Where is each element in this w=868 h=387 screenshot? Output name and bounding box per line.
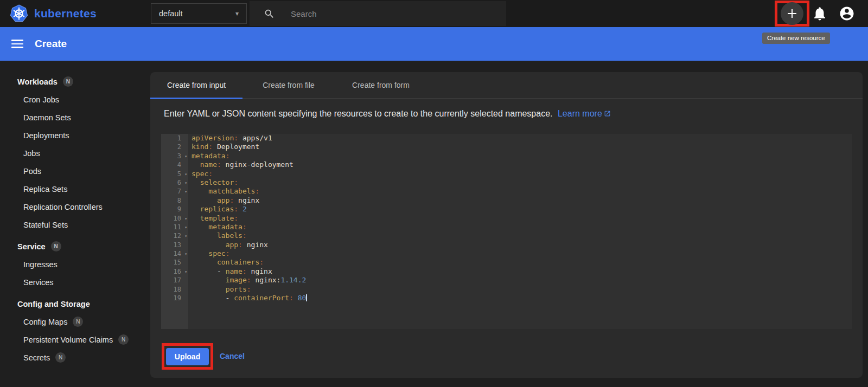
sidebar-item-secrets[interactable]: SecretsN bbox=[0, 349, 150, 366]
section-label: Config and Storage bbox=[17, 300, 90, 308]
item-label: Jobs bbox=[23, 149, 40, 158]
line-number: 19 bbox=[161, 294, 188, 302]
page-title: Create bbox=[35, 38, 67, 50]
line-number: 6▾ bbox=[161, 178, 188, 187]
upload-button[interactable]: Upload bbox=[166, 348, 209, 365]
line-text: kind: Deployment bbox=[188, 143, 259, 151]
sidebar-item-ingresses[interactable]: Ingresses bbox=[0, 255, 150, 273]
yaml-editor[interactable]: 1apiVersion: apps/v12kind: Deployment3▾m… bbox=[161, 134, 852, 329]
line-text: selector: bbox=[188, 178, 238, 187]
item-label: Ingresses bbox=[23, 260, 58, 269]
account-icon bbox=[839, 5, 855, 22]
line-number: 16▾ bbox=[161, 267, 188, 276]
plus-icon bbox=[786, 7, 799, 20]
line-number: 15 bbox=[161, 258, 188, 267]
sidebar-item-replication-controllers[interactable]: Replication Controllers bbox=[0, 198, 150, 216]
create-new-resource-button[interactable] bbox=[781, 2, 803, 25]
fold-toggle-icon[interactable]: ▾ bbox=[184, 179, 187, 188]
item-label: Services bbox=[23, 278, 54, 287]
fold-toggle-icon[interactable]: ▾ bbox=[184, 223, 187, 232]
editor-line: 16▾ - name: nginx bbox=[161, 267, 852, 276]
kubernetes-logo-icon bbox=[10, 4, 28, 23]
item-label: Deployments bbox=[23, 131, 69, 140]
line-text: spec: bbox=[188, 170, 213, 178]
editor-line: 9 replicas: 2 bbox=[161, 205, 852, 214]
editor-line: 5▾spec: bbox=[161, 170, 852, 178]
editor-line: 4 name: nginx-deployment bbox=[161, 160, 852, 169]
fold-toggle-icon[interactable]: ▾ bbox=[184, 268, 187, 276]
sidebar-item-services[interactable]: Services bbox=[0, 273, 150, 291]
tab-create-from-file[interactable]: Create from file bbox=[242, 72, 335, 98]
learn-more-link[interactable]: Learn more bbox=[558, 109, 611, 118]
notifications-button[interactable] bbox=[812, 5, 828, 22]
sidebar-item-pods[interactable]: Pods bbox=[0, 162, 150, 180]
sidebar-section-config-and-storage[interactable]: Config and Storage bbox=[0, 295, 150, 313]
account-button[interactable] bbox=[839, 5, 855, 22]
editor-line: 12▾ labels: bbox=[161, 231, 852, 240]
line-text: metadata: bbox=[188, 152, 229, 160]
sidebar-nav: WorkloadsNCron JobsDaemon SetsDeployment… bbox=[0, 61, 150, 387]
line-text: replicas: 2 bbox=[188, 205, 247, 214]
sidebar-item-jobs[interactable]: Jobs bbox=[0, 144, 150, 162]
search-input[interactable] bbox=[291, 9, 486, 18]
namespace-value: default bbox=[159, 9, 235, 18]
line-number: 14▾ bbox=[161, 249, 188, 258]
sidebar-item-persistent-volume-claims[interactable]: Persistent Volume ClaimsN bbox=[0, 331, 150, 349]
namespaced-badge: N bbox=[63, 76, 73, 87]
editor-line: 6▾ selector: bbox=[161, 178, 852, 187]
line-number: 13 bbox=[161, 241, 188, 249]
description-text: Enter YAML or JSON content specifying th… bbox=[164, 109, 863, 119]
line-text: app: nginx bbox=[188, 241, 268, 249]
app-bar: Create bbox=[0, 27, 868, 61]
line-number: 7▾ bbox=[161, 187, 188, 196]
sidebar-item-daemon-sets[interactable]: Daemon Sets bbox=[0, 108, 150, 126]
line-text: metadata: bbox=[188, 223, 247, 231]
create-card: Create from inputCreate from fileCreate … bbox=[150, 72, 863, 378]
fold-toggle-icon[interactable]: ▾ bbox=[184, 188, 187, 196]
highlight-box-upload-button: Upload bbox=[162, 343, 213, 370]
line-text: template: bbox=[188, 214, 238, 223]
namespaced-badge: N bbox=[118, 334, 129, 345]
section-label: Workloads bbox=[17, 78, 58, 86]
tab-bar: Create from inputCreate from fileCreate … bbox=[150, 72, 863, 99]
tab-create-from-form[interactable]: Create from form bbox=[335, 72, 427, 98]
sidebar-item-cron-jobs[interactable]: Cron Jobs bbox=[0, 91, 150, 108]
item-label: Pods bbox=[23, 167, 41, 176]
sidebar-item-stateful-sets[interactable]: Stateful Sets bbox=[0, 216, 150, 234]
fold-toggle-icon[interactable]: ▾ bbox=[184, 232, 187, 241]
line-number: 5▾ bbox=[161, 170, 188, 178]
line-number: 12▾ bbox=[161, 231, 188, 240]
kubernetes-brand[interactable]: kubernetes bbox=[10, 4, 97, 23]
fold-toggle-icon[interactable]: ▾ bbox=[184, 152, 187, 161]
line-text: spec: bbox=[188, 249, 229, 258]
line-number: 18 bbox=[161, 285, 188, 294]
line-text: containers: bbox=[188, 258, 264, 267]
tab-create-from-input[interactable]: Create from input bbox=[150, 72, 242, 98]
editor-line: 1apiVersion: apps/v1 bbox=[161, 134, 852, 143]
cancel-button[interactable]: Cancel bbox=[220, 347, 245, 365]
line-number: 17 bbox=[161, 276, 188, 285]
sidebar-section-workloads[interactable]: WorkloadsN bbox=[0, 73, 150, 91]
sidebar-item-deployments[interactable]: Deployments bbox=[0, 126, 150, 144]
line-number: 9 bbox=[161, 205, 188, 214]
line-number: 3▾ bbox=[161, 152, 188, 160]
search-bar[interactable] bbox=[250, 1, 506, 26]
fold-toggle-icon[interactable]: ▾ bbox=[184, 250, 187, 259]
line-text: app: nginx bbox=[188, 196, 259, 205]
line-text: image: nginx:1.14.2 bbox=[188, 276, 306, 285]
line-text: ports: bbox=[188, 285, 251, 294]
namespace-selector[interactable]: default ▾ bbox=[151, 3, 247, 24]
namespaced-badge: N bbox=[73, 317, 83, 327]
create-tooltip: Create new resource bbox=[762, 33, 830, 44]
bell-icon bbox=[812, 5, 828, 22]
line-text: name: nginx-deployment bbox=[188, 160, 293, 169]
sidebar-item-replica-sets[interactable]: Replica Sets bbox=[0, 180, 150, 198]
sidebar-item-config-maps[interactable]: Config MapsN bbox=[0, 313, 150, 331]
sidebar-section-service[interactable]: ServiceN bbox=[0, 237, 150, 255]
editor-line: 17 image: nginx:1.14.2 bbox=[161, 276, 852, 285]
editor-line: 15 containers: bbox=[161, 258, 852, 267]
hamburger-menu-icon[interactable] bbox=[11, 37, 23, 50]
line-number: 2 bbox=[161, 143, 188, 151]
fold-toggle-icon[interactable]: ▾ bbox=[184, 215, 187, 223]
fold-toggle-icon[interactable]: ▾ bbox=[184, 170, 187, 179]
